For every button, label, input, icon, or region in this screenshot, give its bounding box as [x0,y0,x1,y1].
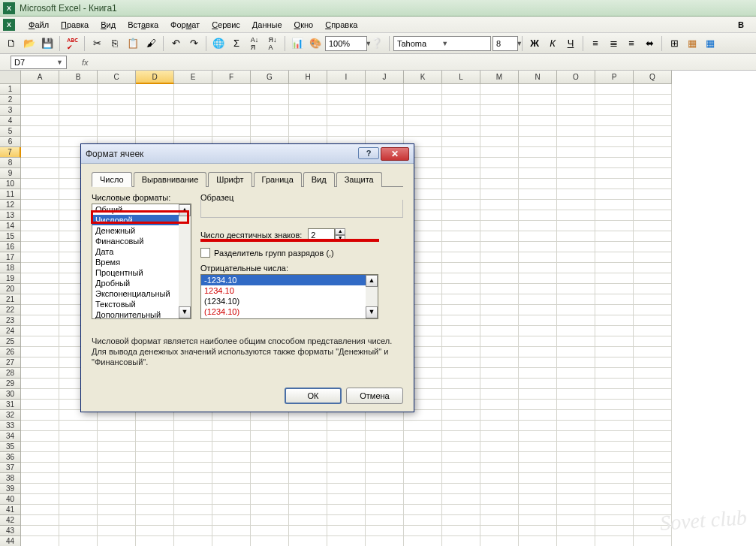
cell[interactable] [442,95,480,105]
category-item[interactable]: Дробный [92,278,191,288]
cell[interactable] [519,442,557,452]
close-button[interactable]: ✕ [381,147,409,161]
cell[interactable] [442,252,480,263]
spinner-up-icon[interactable]: ▲ [335,228,345,235]
cancel-button[interactable]: Отмена [346,388,403,404]
cell[interactable] [634,263,672,273]
cell[interactable] [136,536,174,546]
column-header[interactable]: P [595,71,634,84]
cell[interactable] [634,221,672,231]
cell[interactable] [251,452,289,463]
cell[interactable] [480,326,519,336]
cell[interactable] [480,284,519,294]
cell[interactable] [136,84,174,95]
category-listbox[interactable]: ОбщийЧисловойДенежныйФинансовыйДатаВремя… [92,204,191,319]
cell[interactable] [634,379,672,389]
cell[interactable] [98,452,136,463]
cell[interactable] [557,494,595,505]
row-header[interactable]: 14 [0,221,21,231]
cell[interactable] [21,421,59,431]
cell[interactable] [519,315,557,326]
cell[interactable] [289,95,327,105]
row-header[interactable]: 34 [0,431,21,442]
cell[interactable] [557,210,595,221]
menu-help[interactable]: Справка [319,18,363,32]
cell[interactable] [366,494,404,505]
cell[interactable] [327,116,366,126]
category-item[interactable]: Процентный [92,267,191,278]
cell[interactable] [634,273,672,284]
cell[interactable] [21,536,59,546]
cell[interactable] [136,95,174,105]
cell[interactable] [404,105,442,116]
cell[interactable] [21,221,59,231]
column-header[interactable]: J [366,71,404,84]
cell[interactable] [634,168,672,179]
cell[interactable] [519,484,557,494]
cell[interactable] [174,421,212,431]
cell[interactable] [480,515,519,526]
cell[interactable] [519,252,557,263]
cell[interactable] [480,505,519,515]
cut-icon[interactable]: ✂ [89,35,105,52]
cell[interactable] [519,505,557,515]
fx-label[interactable]: fx [82,58,89,67]
cell[interactable] [59,515,98,526]
cell[interactable] [595,252,634,263]
cell[interactable] [442,263,480,273]
column-header[interactable]: A [21,71,59,84]
cell[interactable] [21,305,59,315]
cell[interactable] [442,305,480,315]
cell[interactable] [442,421,480,431]
cell[interactable] [480,410,519,421]
cell[interactable] [442,221,480,231]
copy-icon[interactable]: ⎘ [107,35,123,52]
cell[interactable] [480,305,519,315]
cell[interactable] [634,200,672,210]
column-header[interactable]: C [98,71,136,84]
cell[interactable] [404,505,442,515]
cell[interactable] [557,536,595,546]
negative-format-item[interactable]: -1234.10 [201,275,378,285]
cell[interactable] [480,484,519,494]
cell[interactable] [480,536,519,546]
row-header[interactable]: 8 [0,158,21,168]
align-center-icon[interactable]: ≣ [605,35,622,52]
cell[interactable] [557,126,595,137]
cell[interactable] [212,116,251,126]
cell[interactable] [634,473,672,484]
cell[interactable] [480,442,519,452]
cell[interactable] [21,505,59,515]
cell[interactable] [442,515,480,526]
cell[interactable] [21,368,59,379]
row-header[interactable]: 29 [0,379,21,389]
autosum-icon[interactable]: Σ [228,35,245,52]
cell[interactable] [557,473,595,484]
cell[interactable] [136,442,174,452]
cell[interactable] [634,410,672,421]
cell[interactable] [21,410,59,421]
row-header[interactable]: 21 [0,294,21,305]
category-item[interactable]: Денежный [92,225,191,236]
row-header[interactable]: 17 [0,252,21,263]
cell[interactable] [136,116,174,126]
cell[interactable] [557,431,595,442]
cell[interactable] [634,368,672,379]
row-header[interactable]: 19 [0,273,21,284]
cell[interactable] [595,179,634,189]
cell[interactable] [557,168,595,179]
cell[interactable] [289,431,327,442]
cell[interactable] [98,536,136,546]
cell[interactable] [595,368,634,379]
cell[interactable] [595,95,634,105]
cell[interactable] [174,116,212,126]
cell[interactable] [519,368,557,379]
cell[interactable] [519,284,557,294]
cell[interactable] [404,526,442,536]
cell[interactable] [327,536,366,546]
cell[interactable] [557,505,595,515]
font-color-icon[interactable]: ▦ [702,35,718,52]
cell[interactable] [21,347,59,357]
cell[interactable] [557,231,595,242]
cell[interactable] [595,84,634,95]
